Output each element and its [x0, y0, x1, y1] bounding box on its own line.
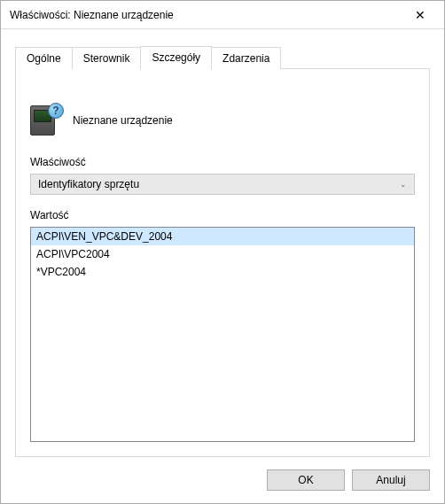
value-listbox[interactable]: ACPI\VEN_VPC&DEV_2004 ACPI\VPC2004 *VPC2…	[30, 227, 415, 442]
device-name: Nieznane urządzenie	[73, 114, 173, 127]
tab-label: Sterownik	[83, 52, 130, 65]
list-item-text: ACPI\VPC2004	[36, 248, 110, 260]
button-label: Anuluj	[376, 474, 405, 486]
tab-label: Ogólne	[27, 52, 61, 65]
tab-strip: Ogólne Sterownik Szczegóły Zdarzenia	[15, 46, 280, 70]
tab-sterownik[interactable]: Sterownik	[72, 47, 142, 69]
tab-ogolne[interactable]: Ogólne	[15, 47, 73, 69]
unknown-device-icon: ?	[30, 105, 60, 136]
list-item[interactable]: ACPI\VPC2004	[31, 245, 414, 263]
ok-button[interactable]: OK	[267, 469, 345, 491]
value-label: Wartość	[30, 209, 415, 221]
list-item-text: *VPC2004	[36, 266, 86, 278]
tab-zdarzenia[interactable]: Zdarzenia	[211, 47, 281, 69]
close-icon: ✕	[415, 8, 425, 22]
device-header: ? Nieznane urządzenie	[30, 105, 415, 136]
tab-label: Zdarzenia	[222, 52, 269, 65]
property-label: Właściwość	[30, 156, 415, 168]
tab-label: Szczegóły	[152, 51, 200, 64]
property-selected: Identyfikatory sprzętu	[38, 178, 139, 190]
cancel-button[interactable]: Anuluj	[352, 469, 430, 491]
button-label: OK	[298, 474, 313, 486]
close-button[interactable]: ✕	[400, 2, 441, 28]
list-item-text: ACPI\VEN_VPC&DEV_2004	[36, 230, 172, 243]
list-item[interactable]: ACPI\VEN_VPC&DEV_2004	[31, 228, 414, 245]
property-combobox[interactable]: Identyfikatory sprzętu ⌄	[30, 174, 415, 195]
dialog-buttons: OK Anuluj	[15, 469, 430, 491]
window-title: Właściwości: Nieznane urządzenie	[10, 9, 400, 21]
list-item[interactable]: *VPC2004	[31, 263, 414, 281]
tab-panel: Ogólne Sterownik Szczegóły Zdarzenia ? N…	[15, 68, 430, 457]
question-badge-icon: ?	[48, 103, 64, 119]
chevron-down-icon: ⌄	[400, 180, 407, 189]
tab-body: ? Nieznane urządzenie Właściwość Identyf…	[16, 92, 429, 456]
titlebar: Właściwości: Nieznane urządzenie ✕	[1, 1, 444, 29]
tabs-wrap: Ogólne Sterownik Szczegóły Zdarzenia ? N…	[15, 68, 430, 457]
tab-szczegoly[interactable]: Szczegóły	[140, 46, 212, 70]
properties-window: Właściwości: Nieznane urządzenie ✕ Ogóln…	[0, 0, 445, 504]
content-area: Ogólne Sterownik Szczegóły Zdarzenia ? N…	[1, 29, 444, 503]
